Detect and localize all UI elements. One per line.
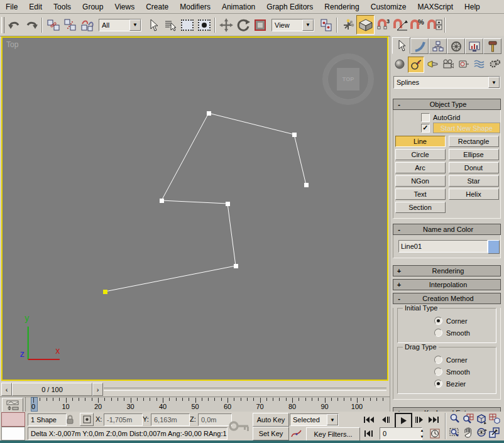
zoom-extents-button[interactable] [475,412,487,425]
spinner-up-icon[interactable]: ▲ [419,427,425,434]
spline-category-dropdown[interactable]: Splines ▼ [393,76,500,89]
menu-graph-editors[interactable]: Graph Editors [261,1,319,13]
object-type-arc-button[interactable]: Arc [395,162,446,173]
set-key-button[interactable]: Set Key [253,427,289,440]
previous-frame-button[interactable] [378,413,392,426]
menu-maxscript[interactable]: MAXScript [412,1,459,13]
menu-group[interactable]: Group [77,1,109,13]
rollout-keyboard-entry[interactable]: +Keyboard Entry [393,407,501,412]
spinner-snap-button[interactable] [425,16,442,34]
select-and-rotate-button[interactable] [234,16,251,34]
reference-coordinate-system-dropdown[interactable]: View ▼ [271,19,314,31]
select-and-scale-button[interactable] [251,16,268,34]
min-max-toggle-button[interactable] [488,426,500,439]
menu-edit[interactable]: Edit [23,1,48,13]
tab-motion[interactable] [447,38,465,54]
y-coordinate-field[interactable]: 6,163m [151,413,190,426]
tab-utilities[interactable] [483,38,501,54]
absolute-mode-transform-type-in[interactable] [80,413,94,426]
object-type-rectangle-button[interactable]: Rectangle [449,136,499,147]
keyboard-shortcut-override-toggle[interactable] [227,415,251,437]
key-mode-dropdown[interactable]: Selected ▼ [290,413,339,426]
snaps-toggle-button[interactable] [356,15,375,35]
selection-lock-toggle[interactable] [64,413,75,425]
x-coordinate-field[interactable]: -1,705m [104,413,143,426]
unlink-selection-button[interactable] [62,16,79,34]
menu-customize[interactable]: Customize [365,1,412,13]
autogrid-checkbox[interactable] [421,113,430,122]
toolbar-grip[interactable] [1,17,4,33]
time-slider-prev-button[interactable]: ‹ [1,383,12,396]
key-filters-button[interactable]: Key Filters... [306,427,360,441]
percent-snap-button[interactable]: % [408,16,425,34]
go-to-end-button[interactable] [426,413,440,426]
menu-file[interactable]: File [0,1,23,13]
chevron-down-icon[interactable]: ▼ [302,19,314,31]
object-type-line-button[interactable]: Line [395,136,446,147]
arc-rotate-button[interactable] [475,426,487,439]
select-object-button[interactable] [145,16,162,34]
go-to-start-button[interactable] [362,413,376,426]
default-in-out-tangents-button[interactable] [290,427,304,440]
space-warps-category-button[interactable] [472,57,487,72]
object-type-circle-button[interactable]: Circle [395,149,446,160]
redo-button[interactable] [23,16,40,34]
zoom-button[interactable] [449,412,461,425]
play-button[interactable] [395,413,412,429]
menu-animation[interactable]: Animation [216,1,261,13]
systems-category-button[interactable] [488,57,503,72]
time-configuration-button[interactable] [429,427,441,440]
cameras-category-button[interactable] [441,57,456,72]
current-frame-field[interactable]: 0 [380,427,422,440]
angle-snap-button[interactable] [392,16,408,34]
open-mini-curve-editor-button[interactable] [2,398,23,412]
menu-views[interactable]: Views [109,1,140,13]
start-new-shape-button[interactable]: Start New Shape [433,123,500,133]
frame-spinner[interactable]: ▲ ▼ [419,427,425,440]
object-type-helix-button[interactable]: Helix [449,189,499,200]
undo-button[interactable] [6,16,23,34]
geometry-category-button[interactable] [392,57,407,72]
macro-recorder-swatch[interactable] [1,412,25,427]
next-frame-button[interactable] [412,413,426,426]
maxscript-mini-listener[interactable] [1,427,25,440]
radio-corner[interactable]: Corner [398,315,496,327]
zoom-all-button[interactable] [462,412,474,425]
time-slider-next-button[interactable]: › [92,383,103,396]
object-type-star-button[interactable]: Star [449,175,499,187]
object-type-donut-button[interactable]: Donut [449,162,499,173]
time-slider-track[interactable] [104,388,386,391]
chevron-down-icon[interactable]: ▼ [327,414,338,425]
radio-corner[interactable]: Corner [398,354,496,366]
lights-category-button[interactable] [425,57,440,72]
select-and-link-button[interactable] [45,16,62,34]
top-viewport[interactable]: Top TOP y z x [1,36,388,381]
tab-hierarchy[interactable] [429,38,447,54]
selection-filter-dropdown[interactable]: All ▼ [99,19,141,31]
radio-bezier[interactable]: Bezier [398,378,496,390]
rectangular-selection-region-button[interactable] [178,16,195,34]
select-by-name-button[interactable] [162,16,178,34]
rollout-interpolation[interactable]: +Interpolation [393,279,501,290]
chevron-down-icon[interactable]: ▼ [488,77,500,88]
radio-smooth[interactable]: Smooth [398,327,496,339]
key-mode-toggle-button[interactable] [362,427,376,440]
zoom-region-button[interactable] [449,426,461,439]
rollout-creation-method[interactable]: -Creation Method [393,293,501,304]
object-name-field[interactable]: Line01 [398,240,488,253]
track-bar-ruler[interactable]: 0102030405060708090100 [25,397,390,412]
radio-smooth[interactable]: Smooth [398,366,496,378]
spinner-down-icon[interactable]: ▼ [419,434,425,440]
tab-modify[interactable] [410,38,429,54]
select-and-manipulate-button[interactable] [339,16,356,34]
object-type-ellipse-button[interactable]: Ellipse [449,149,499,160]
shapes-category-button[interactable] [408,57,424,73]
z-coordinate-field[interactable]: 0,0m [198,413,232,426]
rollout-object-type[interactable]: -Object Type [393,99,501,110]
time-slider-handle[interactable]: 0 / 100 [12,383,92,396]
select-and-move-button[interactable] [217,16,234,34]
use-pivot-point-center-button[interactable] [317,16,334,34]
object-type-section-button[interactable]: Section [395,202,446,213]
menu-create[interactable]: Create [140,1,174,13]
start-new-shape-checkbox[interactable]: ✓ [421,124,430,133]
